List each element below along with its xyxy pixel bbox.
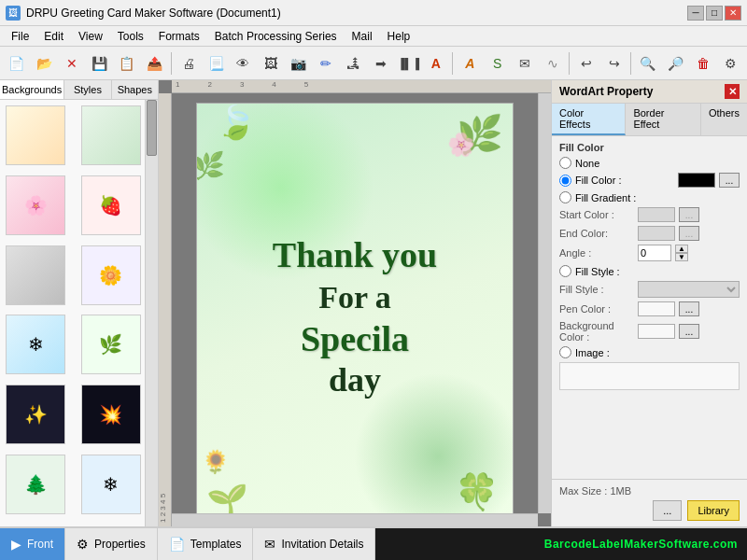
card-line2[interactable]: For a [213, 277, 497, 318]
toolbar-redo[interactable]: ↪ [601, 50, 627, 77]
bg-thumb-8[interactable]: 🌿 [81, 315, 141, 374]
tab-border-effect[interactable]: Border Effect [626, 104, 701, 135]
angle-row: Angle : ▲ ▼ [559, 245, 740, 261]
toolbar-print2[interactable]: 📃 [203, 50, 228, 77]
image-label: Image : [575, 347, 740, 358]
radio-fillcolor-row: Fill Color : ... [559, 173, 740, 188]
toolbar-print[interactable]: 🖨 [176, 50, 201, 77]
bg-thumb-3[interactable]: 🌸 [6, 175, 65, 235]
menu-mail[interactable]: Mail [345, 28, 380, 45]
menu-view[interactable]: View [71, 28, 110, 45]
close-button[interactable]: ✕ [725, 6, 741, 21]
bg-thumb-10[interactable]: 💥 [81, 385, 141, 444]
right-panel-close[interactable]: ✕ [725, 84, 740, 99]
pen-color-pick-btn[interactable]: ... [679, 301, 699, 316]
tab-templates-label: Templates [190, 538, 242, 551]
fill-color-pick-btn[interactable]: ... [719, 173, 740, 188]
card-line3[interactable]: Specila [213, 318, 497, 361]
toolbar-zoom-in[interactable]: 🔍 [635, 50, 660, 77]
toolbar-export[interactable]: 📤 [141, 50, 166, 77]
toolbar-zoom-out[interactable]: 🔎 [663, 50, 688, 77]
tab-invitation[interactable]: ✉ Invitation Details [253, 528, 375, 560]
bg-thumb-6[interactable]: 🌼 [81, 245, 141, 305]
angle-up-btn[interactable]: ▲ [675, 245, 688, 253]
canvas-hscroll[interactable] [172, 513, 538, 526]
fill-color-swatch[interactable] [678, 173, 715, 188]
toolbar-new[interactable]: 📄 [4, 50, 29, 77]
toolbar-text[interactable]: A [423, 50, 448, 77]
toolbar-settings[interactable]: ⚙ [718, 50, 743, 77]
menu-tools[interactable]: Tools [110, 28, 151, 45]
bg-thumb-7[interactable]: ❄ [6, 315, 65, 374]
pen-color-swatch[interactable] [638, 301, 675, 316]
menu-edit[interactable]: Edit [36, 28, 71, 45]
radio-fill-gradient[interactable] [559, 191, 571, 203]
brand-label: BarcodeLabelMakerSoftware.com [375, 528, 747, 560]
toolbar-barcode[interactable]: ▐▌▐ [396, 50, 421, 77]
right-panel-footer: Max Size : 1MB ... Library [552, 479, 747, 526]
toolbar-mail[interactable]: ✉ [512, 50, 537, 77]
toolbar-sig[interactable]: ∿ [540, 50, 565, 77]
radio-image[interactable] [559, 346, 571, 358]
tab-styles[interactable]: Styles [64, 80, 111, 99]
toolbar-preview[interactable]: 👁 [231, 50, 256, 77]
toolbar-undo[interactable]: ↩ [573, 50, 599, 77]
tab-front[interactable]: ▶ Front [0, 528, 65, 560]
bg-thumb-12[interactable]: ❄ [81, 455, 141, 514]
toolbar-pen[interactable]: ✏ [313, 50, 338, 77]
tab-backgrounds[interactable]: Backgrounds [0, 80, 64, 99]
radio-none-label: None [575, 158, 740, 169]
tab-templates[interactable]: 📄 Templates [158, 528, 254, 560]
canvas-vscroll[interactable] [538, 93, 551, 513]
properties-icon: ⚙ [77, 537, 89, 552]
bg-thumb-4[interactable]: 🍓 [81, 175, 141, 235]
bg-thumb-9[interactable]: ✨ [6, 385, 65, 444]
card-line1[interactable]: Thank you [213, 234, 497, 277]
toolbar-separator-4 [630, 52, 631, 75]
card-text[interactable]: Thank you For a Specila day [213, 234, 497, 399]
radio-none[interactable] [559, 157, 571, 169]
scrollbar-thumb[interactable] [147, 100, 157, 156]
tab-shapes[interactable]: Shapes [112, 80, 158, 99]
toolbar-landscape[interactable]: 🏞 [341, 50, 366, 77]
toolbar-arrow[interactable]: ➡ [368, 50, 393, 77]
footer-buttons: ... Library [559, 500, 740, 521]
menu-help[interactable]: Help [380, 28, 418, 45]
angle-input[interactable] [638, 245, 671, 261]
bg-thumb-11[interactable]: 🌲 [6, 455, 65, 514]
toolbar-save2[interactable]: 📋 [114, 50, 139, 77]
toolbar-shapes[interactable]: S [485, 50, 510, 77]
canvas-area[interactable]: 1 2 3 4 5 1 2 3 4 5 🌿 🍃 🌱 🍀 🌿 🌸 🌻 [159, 80, 551, 526]
radio-fill-style[interactable] [559, 265, 571, 277]
leaf-decor-2: 🍃 [216, 104, 257, 142]
maximize-button[interactable]: □ [706, 6, 723, 21]
radio-fill-color[interactable] [559, 175, 571, 187]
bg-thumb-5[interactable] [6, 245, 65, 305]
canvas-container[interactable]: 🌿 🍃 🌱 🍀 🌿 🌸 🌻 Thank you For a Specila da… [172, 93, 538, 513]
menu-file[interactable]: File [4, 28, 36, 45]
greeting-card[interactable]: 🌿 🍃 🌱 🍀 🌿 🌸 🌻 Thank you For a Specila da… [196, 103, 514, 513]
toolbar-delete[interactable]: 🗑 [690, 50, 715, 77]
card-line4[interactable]: day [213, 361, 497, 400]
library-button[interactable]: Library [687, 500, 740, 521]
bg-thumb-2[interactable] [81, 105, 141, 165]
bg-color-swatch[interactable] [638, 324, 675, 339]
toolbar-close-doc[interactable]: ✕ [59, 50, 84, 77]
menu-formats[interactable]: Formats [151, 28, 207, 45]
angle-down-btn[interactable]: ▼ [675, 253, 688, 261]
toolbar-save[interactable]: 💾 [86, 50, 111, 77]
toolbar-wordart[interactable]: A [457, 50, 482, 77]
minimize-button[interactable]: ─ [687, 6, 704, 21]
panel-scrollbar[interactable] [145, 100, 158, 526]
tab-color-effects[interactable]: Color Effects [552, 104, 626, 135]
toolbar-open[interactable]: 📂 [31, 50, 56, 77]
bg-color-pick-btn[interactable]: ... [679, 324, 699, 339]
tab-properties[interactable]: ⚙ Properties [65, 528, 158, 560]
toolbar-image[interactable]: 🖼 [258, 50, 283, 77]
bg-thumb-1[interactable] [6, 105, 65, 165]
tab-others[interactable]: Others [701, 104, 747, 135]
menu-batch[interactable]: Batch Processing Series [207, 28, 345, 45]
pen-color-row: Pen Color : ... [559, 301, 740, 316]
dots-button[interactable]: ... [653, 500, 682, 521]
toolbar-photo[interactable]: 📷 [286, 50, 311, 77]
